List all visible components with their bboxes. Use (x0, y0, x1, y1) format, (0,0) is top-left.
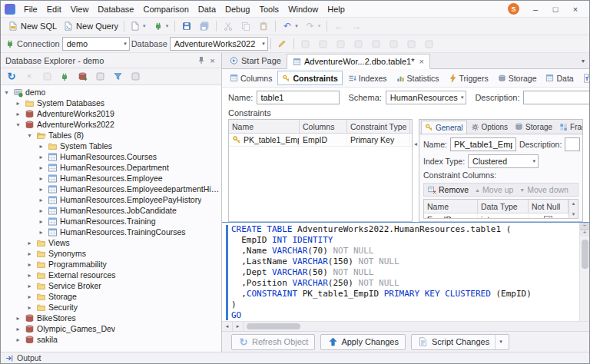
scroll-up-icon[interactable]: ▲ (572, 201, 576, 206)
horizontal-scrollbar[interactable]: ◂ ▸ (222, 321, 589, 331)
chevron-right-icon[interactable]: ▸ (15, 315, 22, 322)
chevron-right-icon[interactable]: ▸ (26, 272, 33, 279)
constraint-name-input[interactable] (450, 137, 516, 151)
new-connection-button[interactable] (56, 69, 73, 84)
tree-item-adventureworks2019[interactable]: ▸AdventureWorks2019 (1, 108, 221, 119)
tree-item-humanresources-department[interactable]: ▸HumanResources.Department (1, 162, 221, 173)
chevron-right-icon[interactable]: ▸ (38, 154, 45, 160)
pane-split-button[interactable]: ▸ (233, 322, 244, 331)
chevron-down-icon[interactable]: ▾ (26, 132, 33, 139)
table-name-input[interactable] (257, 91, 340, 104)
close-panel-icon[interactable]: × (208, 56, 217, 65)
editor-tab-t-sql[interactable]: TT-SQL (579, 71, 590, 85)
script-changes-button[interactable]: Script Changes ▾ (411, 334, 509, 350)
tab-adventurewor-2-dbo-table1[interactable]: AdventureWor...2.dbo.table1*× (287, 54, 430, 69)
new-document-button[interactable]: ▾ (127, 19, 149, 34)
tree-item-external-resources[interactable]: ▸External resources (1, 270, 221, 280)
tree-item-humanresources-training[interactable]: ▸HumanResources.Training (1, 216, 221, 227)
chevron-right-icon[interactable]: ▸ (38, 164, 45, 171)
tree-item-synonyms[interactable]: ▸Synonyms (1, 248, 221, 259)
execute-button[interactable] (333, 37, 350, 51)
editor-tab-columns[interactable]: Columns (226, 71, 276, 85)
sql-editor[interactable]: CREATE TABLE AdventureWorks2022.HumanRes… (222, 222, 589, 321)
detail-tab-fragmentation[interactable]: Fragmentation (556, 120, 582, 134)
remove-column-button[interactable]: Remove (428, 185, 469, 194)
chevron-right-icon[interactable]: ▸ (38, 197, 45, 204)
duplicate-button[interactable] (38, 69, 55, 84)
chevron-down-icon[interactable]: ▾ (3, 89, 10, 96)
menu-data[interactable]: Data (194, 2, 220, 16)
move-down-button[interactable]: ▼ Move down (519, 185, 568, 194)
menu-comparison[interactable]: Comparison (138, 2, 193, 16)
chevron-right-icon[interactable]: ▸ (26, 304, 33, 311)
save-button[interactable] (178, 19, 195, 34)
tab-list-dropdown-icon[interactable]: ▾ (577, 58, 589, 65)
column-row[interactable]: EmpIDint✓ (424, 213, 568, 218)
find-button[interactable] (403, 37, 420, 51)
editor-tab-storage[interactable]: Storage (494, 71, 541, 85)
tree-item-olympic-games-dev[interactable]: ▸Olympic_Games_Dev (1, 323, 221, 334)
tree-item-storage[interactable]: ▸Storage (1, 291, 221, 302)
menu-tools[interactable]: Tools (254, 2, 283, 16)
not-null-checkbox[interactable]: ✓ (544, 216, 552, 219)
column-header-constraint-type[interactable]: Constraint Type (347, 120, 410, 133)
detail-grid-scrollbar[interactable]: ▲ ▼ (568, 200, 578, 218)
new-connection-button[interactable]: ▾ (150, 19, 172, 34)
move-up-button[interactable]: ▲ Move up (475, 185, 513, 194)
scrollbar-thumb[interactable] (582, 240, 588, 269)
description-input[interactable] (523, 91, 590, 104)
tree-item-humanresources-employeedepartmenthistory[interactable]: ▸HumanResources.EmployeedepartmentHistor… (1, 184, 221, 194)
tree-item-demo[interactable]: ▾demo (1, 87, 221, 98)
menu-window[interactable]: Window (283, 2, 323, 16)
chevron-right-icon[interactable]: ▸ (38, 175, 45, 182)
chevron-right-icon[interactable]: ▸ (26, 261, 33, 268)
search-button[interactable] (127, 69, 144, 84)
tree-item-bikestores[interactable]: ▸BikeStores (1, 313, 221, 323)
chevron-down-icon[interactable]: ▾ (495, 335, 502, 349)
edit-connection-button[interactable] (273, 37, 290, 51)
index-type-select[interactable]: Clustered ▾ (468, 154, 539, 168)
tree-item-humanresources-employeepayhistory[interactable]: ▸HumanResources.EmployeePayHistory (1, 194, 221, 205)
tab-start-page[interactable]: Start Page (224, 53, 287, 68)
database-select[interactable]: AdventureWorks2022 ▾ (170, 37, 268, 51)
chevron-right-icon[interactable]: ▸ (38, 207, 45, 214)
chevron-right-icon[interactable]: ▸ (38, 218, 45, 225)
chevron-right-icon[interactable]: ▸ (26, 240, 33, 247)
editor-tab-triggers[interactable]: Triggers (445, 71, 492, 85)
chevron-right-icon[interactable]: ▸ (15, 336, 22, 343)
refresh-button[interactable]: ↻ (3, 69, 20, 84)
menu-edit[interactable]: Edit (42, 2, 66, 16)
editor-tab-statistics[interactable]: Statistics (393, 71, 443, 85)
detail-tab-storage[interactable]: Storage (512, 120, 555, 134)
chevron-right-icon[interactable]: ▸ (38, 143, 45, 150)
chevron-right-icon[interactable]: ▸ (38, 186, 45, 193)
filter-button[interactable] (109, 69, 126, 84)
paste-button[interactable] (255, 19, 272, 34)
undo-button[interactable]: ↶▾ (279, 19, 301, 34)
app-logo-icon[interactable] (5, 4, 15, 15)
user-avatar[interactable]: S (508, 3, 519, 15)
navigate-forward-button[interactable]: → (348, 19, 365, 34)
schema-select[interactable]: HumanResources ▾ (386, 91, 467, 104)
navigate-back-button[interactable]: ← (330, 19, 347, 34)
tree-item-views[interactable]: ▸Views (1, 237, 221, 248)
connection-select[interactable]: demo ▾ (62, 37, 130, 51)
tree-item-adventureworks2022[interactable]: ▾AdventureWorks2022 (1, 119, 221, 130)
minimize-button[interactable]: – (525, 2, 545, 17)
new-database-button[interactable] (74, 69, 91, 84)
close-button[interactable]: × (565, 2, 585, 17)
editor-tab-constraints[interactable]: Constraints (277, 71, 342, 85)
scroll-down-icon[interactable]: ▼ (572, 212, 576, 217)
format-sql-button[interactable] (386, 37, 403, 51)
profiler-button[interactable] (368, 37, 385, 51)
tree-item-humanresources-jobcandidate[interactable]: ▸HumanResources.JobCandidate (1, 205, 221, 216)
tree-item-programmability[interactable]: ▸Programmability (1, 259, 221, 270)
chevron-right-icon[interactable]: ▸ (15, 326, 22, 333)
menu-database[interactable]: Database (93, 2, 138, 16)
column-header-data-type[interactable]: Data Type (478, 200, 529, 213)
column-header-name[interactable]: Name (424, 200, 478, 213)
tree-item-service-broker[interactable]: ▸Service Broker (1, 280, 221, 291)
tree-item-humanresources-employee[interactable]: ▸HumanResources.Employee (1, 173, 221, 184)
tree-item-system-tables[interactable]: ▸System Tables (1, 141, 221, 151)
editor-split-button[interactable]: ÷ (580, 223, 589, 230)
